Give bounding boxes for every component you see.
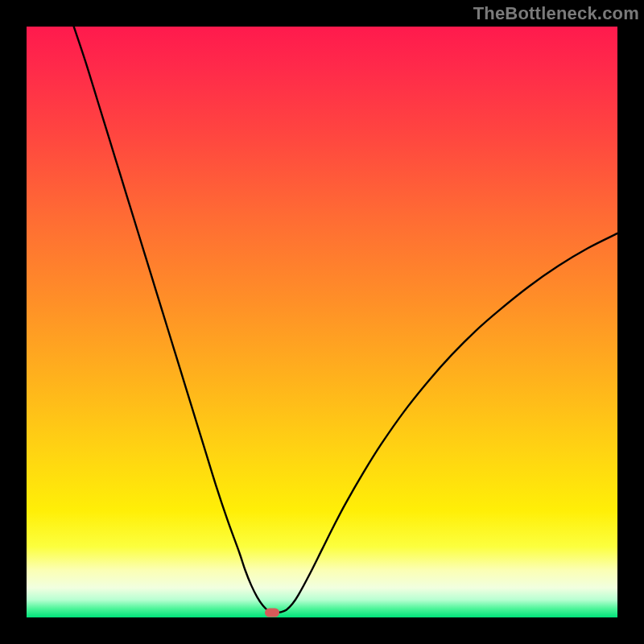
- optimal-point-marker: [265, 609, 279, 617]
- bottleneck-curve: [27, 27, 617, 617]
- plot-area: [27, 27, 617, 617]
- watermark-text: TheBottleneck.com: [473, 3, 639, 24]
- chart-frame: TheBottleneck.com: [0, 0, 644, 644]
